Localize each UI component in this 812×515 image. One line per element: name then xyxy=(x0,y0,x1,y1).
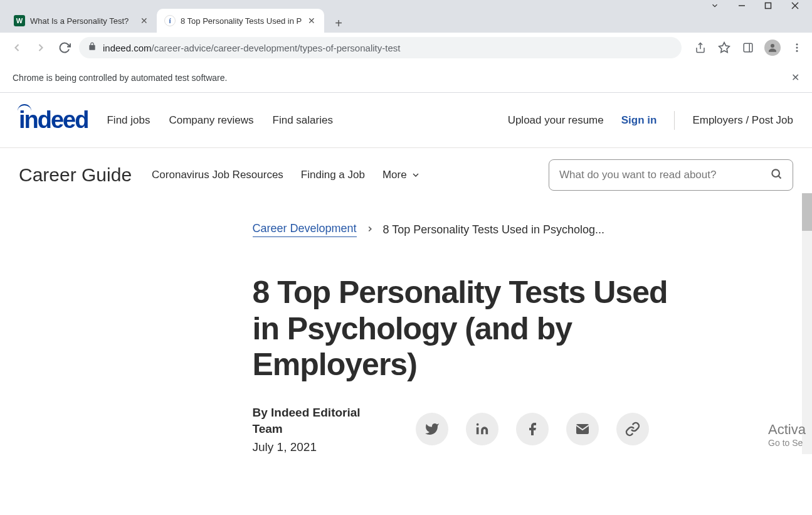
share-facebook-icon[interactable] xyxy=(516,413,549,445)
signin-link[interactable]: Sign in xyxy=(621,114,657,127)
share-linkedin-icon[interactable] xyxy=(466,413,498,445)
svg-point-9 xyxy=(796,43,798,45)
tab-close-icon[interactable]: ✕ xyxy=(307,14,317,27)
tab-active[interactable]: í 8 Top Personality Tests Used in P ✕ xyxy=(157,9,324,33)
forward-button[interactable] xyxy=(31,38,50,57)
subnav-coronavirus[interactable]: Coronavirus Job Resources xyxy=(152,169,283,181)
career-guide-title[interactable]: Career Guide xyxy=(19,164,132,186)
svg-point-15 xyxy=(476,423,478,426)
svg-point-11 xyxy=(796,50,798,52)
reload-button[interactable] xyxy=(55,38,74,57)
search-icon[interactable] xyxy=(770,167,783,183)
upload-resume-link[interactable]: Upload your resume xyxy=(508,114,604,127)
subnav: Career Guide Coronavirus Job Resources F… xyxy=(0,148,812,197)
nav-find-jobs[interactable]: Find jobs xyxy=(107,114,150,127)
bookmark-icon[interactable] xyxy=(717,40,732,55)
tab-favicon-icon: í xyxy=(164,15,176,26)
search-input[interactable] xyxy=(559,169,762,181)
automation-info-bar: Chrome is being controlled by automated … xyxy=(0,63,812,93)
nav-find-salaries[interactable]: Find salaries xyxy=(273,114,333,127)
svg-rect-6 xyxy=(744,43,752,52)
share-twitter-icon[interactable] xyxy=(416,413,448,445)
info-close-icon[interactable]: ✕ xyxy=(791,72,799,83)
breadcrumb: Career Development 8 Top Personality Tes… xyxy=(253,222,673,237)
scrollbar-track[interactable] xyxy=(802,193,812,454)
site-header: indeed Find jobs Company reviews Find sa… xyxy=(0,93,812,148)
lock-icon xyxy=(88,42,97,53)
brand-logo[interactable]: indeed xyxy=(19,107,88,134)
scrollbar-thumb[interactable] xyxy=(802,193,812,231)
back-button[interactable] xyxy=(8,38,26,57)
windows-activation-watermark: Activa Go to Se xyxy=(768,422,806,448)
search-box[interactable] xyxy=(549,159,793,191)
address-bar[interactable]: indeed.com/career-advice/career-developm… xyxy=(79,37,682,58)
share-email-icon[interactable] xyxy=(566,413,599,445)
tab-title: What Is a Personality Test? xyxy=(30,16,134,26)
nav-company-reviews[interactable]: Company reviews xyxy=(169,114,253,127)
tab-favicon-icon: W xyxy=(14,15,25,26)
subnav-more[interactable]: More xyxy=(382,169,421,181)
svg-point-10 xyxy=(796,47,798,49)
new-tab-button[interactable]: + xyxy=(329,14,348,33)
tab-inactive[interactable]: W What Is a Personality Test? ✕ xyxy=(6,9,157,33)
svg-marker-5 xyxy=(719,43,730,53)
svg-line-13 xyxy=(779,176,781,179)
info-message: Chrome is being controlled by automated … xyxy=(13,73,227,83)
svg-point-12 xyxy=(772,169,779,177)
publish-date: July 1, 2021 xyxy=(253,440,378,454)
subnav-finding-job[interactable]: Finding a Job xyxy=(301,169,365,181)
employers-link[interactable]: Employers / Post Job xyxy=(692,114,793,127)
menu-icon[interactable] xyxy=(789,40,804,55)
chevron-down-icon xyxy=(411,170,421,180)
breadcrumb-current: 8 Top Personality Tests Used in Psycholo… xyxy=(383,223,605,236)
profile-icon[interactable] xyxy=(764,40,781,56)
svg-rect-14 xyxy=(476,427,478,434)
url-text: indeed.com/career-advice/career-developm… xyxy=(103,43,400,53)
svg-point-8 xyxy=(771,44,774,48)
share-link-icon[interactable] xyxy=(616,413,649,445)
tab-title: 8 Top Personality Tests Used in P xyxy=(181,16,302,26)
tab-bar: W What Is a Personality Test? ✕ í 8 Top … xyxy=(0,0,812,33)
share-icon[interactable] xyxy=(693,40,708,55)
author: By Indeed Editorial Team xyxy=(253,405,378,438)
article-title: 8 Top Personality Tests Used in Psycholo… xyxy=(253,275,673,383)
divider xyxy=(674,111,675,130)
panel-icon[interactable] xyxy=(741,40,756,55)
chevron-right-icon xyxy=(366,223,374,236)
breadcrumb-link[interactable]: Career Development xyxy=(253,222,357,237)
tab-close-icon[interactable]: ✕ xyxy=(139,14,149,27)
byline: By Indeed Editorial Team July 1, 2021 xyxy=(253,405,378,454)
